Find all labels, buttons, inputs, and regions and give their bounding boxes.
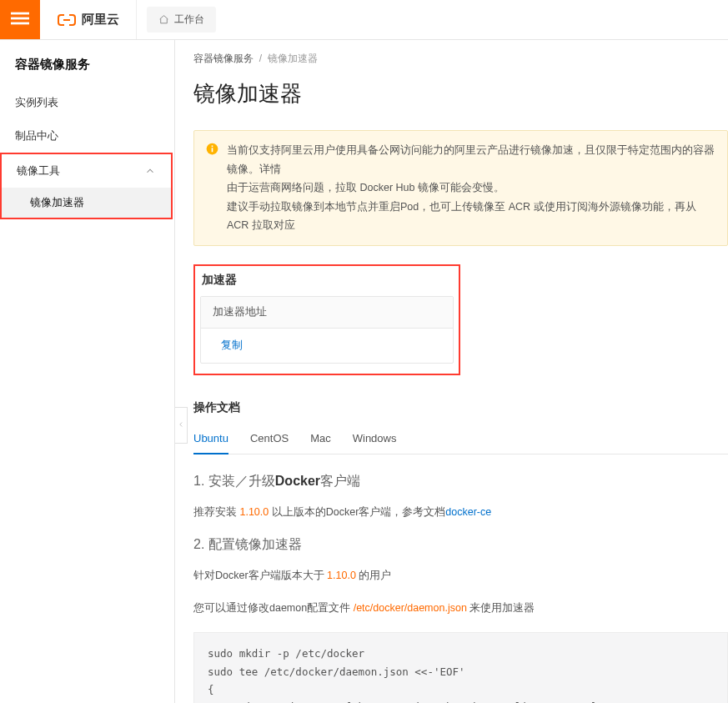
accelerator-address-header: 加速器地址 [201,297,453,329]
brand[interactable]: 阿里云 [40,0,137,39]
main-content: 容器镜像服务 / 镜像加速器 镜像加速器 当前仅支持阿里云用户使用具备公网访问能… [175,40,728,703]
svg-rect-1 [11,18,29,20]
workbench-label: 工作台 [174,13,204,27]
alert-text: 当前仅支持阿里云用户使用具备公网访问能力的阿里云产品进行镜像加速，且仅限于特定范… [227,141,715,235]
sidebar-item-label: 实例列表 [15,95,58,110]
info-icon [206,143,218,155]
sidebar: 容器镜像服务 实例列表 制品中心 镜像工具 镜像加速器 [0,40,175,703]
code-block[interactable]: sudo mkdir -p /etc/docker sudo tee /etc/… [193,632,728,703]
docs-title: 操作文档 [193,400,728,415]
accelerator-title: 加速器 [195,269,459,296]
aliyun-logo-icon [57,10,77,30]
sidebar-collapse-button[interactable] [175,407,188,444]
top-bar: 阿里云 工作台 [0,0,728,40]
breadcrumb-root[interactable]: 容器镜像服务 [193,53,254,64]
svg-rect-2 [11,23,29,25]
sidebar-subitem-accelerator[interactable]: 镜像加速器 [2,188,171,218]
hamburger-icon [11,9,29,30]
workbench-button[interactable]: 工作台 [147,7,216,33]
accelerator-address-row: https://* 复制 [201,329,453,363]
breadcrumb-current: 镜像加速器 [268,53,318,64]
brand-name: 阿里云 [82,12,119,28]
menu-toggle-button[interactable] [0,0,40,39]
home-icon [158,14,169,25]
docker-ce-link[interactable]: docker-ce [445,506,491,518]
sidebar-item-label: 镜像加速器 [30,196,84,208]
step-1-heading: 1. 安装／升级Docker客户端 [193,473,728,490]
step-2-heading: 2. 配置镜像加速器 [193,536,728,554]
svg-rect-0 [11,13,29,15]
accelerator-table: 加速器地址 https://* 复制 [200,296,454,364]
tab-ubuntu[interactable]: Ubuntu [193,427,228,454]
highlighted-sidebar-group: 镜像工具 镜像加速器 [0,153,173,219]
sidebar-item-label: 镜像工具 [17,163,60,178]
step-1-text: 推荐安装 1.10.0 以上版本的Docker客户端，参考文档docker-ce [193,504,728,521]
os-tabs: Ubuntu CentOS Mac Windows [193,427,728,454]
page-title: 镜像加速器 [193,79,728,108]
svg-rect-5 [212,145,213,147]
tab-windows[interactable]: Windows [353,427,397,454]
chevron-left-icon [177,419,185,433]
tab-centos[interactable]: CentOS [250,427,289,454]
sidebar-item-instances[interactable]: 实例列表 [0,86,174,119]
sidebar-service-title: 容器镜像服务 [0,52,174,86]
step-2-text-2: 您可以通过修改daemon配置文件 /etc/docker/daemon.jso… [193,600,728,617]
tab-mac[interactable]: Mac [310,427,331,454]
breadcrumb: 容器镜像服务 / 镜像加速器 [193,52,728,66]
step-2-text-1: 针对Docker客户端版本大于 1.10.0 的用户 [193,567,728,585]
svg-rect-4 [212,148,213,152]
sidebar-item-label: 制品中心 [15,128,58,143]
sidebar-item-products[interactable]: 制品中心 [0,119,174,153]
info-alert: 当前仅支持阿里云用户使用具备公网访问能力的阿里云产品进行镜像加速，且仅限于特定范… [193,130,728,246]
accelerator-box-highlight: 加速器 加速器地址 https://* 复制 [193,264,460,375]
chevron-up-icon [144,165,156,177]
sidebar-item-image-tools[interactable]: 镜像工具 [2,154,171,188]
